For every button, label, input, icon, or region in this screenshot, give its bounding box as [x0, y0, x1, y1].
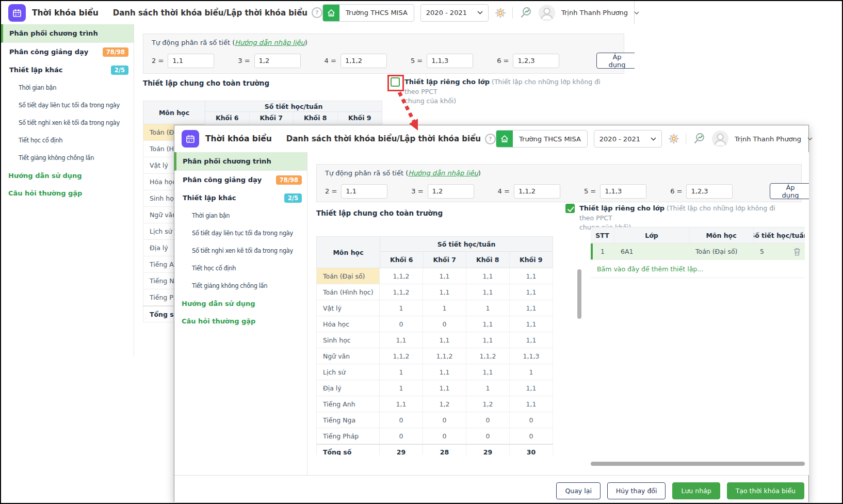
sidebar-sub-item[interactable]: Số tiết nghỉ xen kẽ tối đa trong ngày [1, 114, 134, 132]
split-pair-input[interactable] [600, 184, 646, 199]
help-icon[interactable]: ? [485, 134, 496, 144]
footer-button[interactable]: Tạo thời khóa biểu [727, 482, 804, 499]
sidebar-item[interactable]: Phân công giảng dạy 78/98 [1, 43, 134, 61]
sidebar-sub-item[interactable]: Số tiết dạy liên tục tối đa trong ngày [1, 96, 134, 114]
sidebar-item[interactable]: Phân công giảng dạy 78/98 [174, 171, 307, 189]
sidebar-sub-item[interactable]: Thời gian bận [1, 79, 134, 96]
class-specific-checkbox[interactable] [565, 204, 575, 213]
value-cell[interactable]: 1,1 [510, 316, 553, 332]
input-guide-link[interactable]: Hướng dẫn nhập liệu [408, 169, 478, 177]
value-cell[interactable]: 1,1 [510, 268, 553, 284]
value-cell[interactable]: 1 [466, 380, 510, 396]
user-name[interactable]: Trịnh Thanh Phương [561, 9, 628, 17]
footer-button[interactable]: Hủy thay đổi [607, 482, 666, 499]
value-cell[interactable]: 1,1 [510, 300, 553, 316]
sidebar-item[interactable]: Phân phối chương trình [1, 24, 134, 43]
table-row[interactable]: Tiếng Nga 0 0 0 0 [316, 412, 553, 428]
value-cell[interactable]: 1,1 [510, 332, 553, 348]
footer-button[interactable]: Lưu nháp [672, 482, 720, 499]
value-cell[interactable]: 1,1 [423, 284, 466, 300]
sidebar-sub-item[interactable]: Tiết học cố định [1, 132, 134, 149]
value-cell[interactable]: 1,1 [510, 380, 553, 396]
sidebar-link[interactable]: Câu hỏi thường gặp [1, 184, 134, 202]
split-pair-input[interactable] [514, 184, 560, 199]
value-cell[interactable]: 1,1 [466, 332, 510, 348]
table-row[interactable]: Lịch sử 1 1,1 1,1 1 [316, 364, 553, 380]
value-cell[interactable]: 1,1,2 [466, 348, 510, 364]
value-cell[interactable]: 1 [510, 364, 553, 380]
user-name[interactable]: Trịnh Thanh Phương [735, 135, 801, 143]
value-cell[interactable]: 0 [423, 316, 466, 332]
value-cell[interactable]: 1,1,2 [380, 284, 423, 300]
value-cell[interactable]: 1 [380, 380, 423, 396]
analysis-search-icon[interactable] [692, 132, 706, 145]
value-cell[interactable]: 1,2 [466, 396, 510, 412]
sidebar-sub-item[interactable]: Số tiết dạy liên tục tối đa trong ngày [174, 224, 307, 242]
gear-icon[interactable] [495, 7, 506, 19]
sidebar-link[interactable]: Câu hỏi thường gặp [174, 312, 307, 330]
value-cell[interactable]: 0 [510, 412, 553, 428]
split-pair-input[interactable] [428, 184, 474, 199]
apply-button[interactable]: Áp dụng [596, 53, 635, 69]
split-pair-input[interactable] [341, 54, 387, 68]
table-row[interactable]: Tiếng Anh 1,1 1,2 1,2 1,1 [316, 396, 553, 412]
value-cell[interactable]: 1,1 [423, 332, 466, 348]
sidebar-item[interactable]: Thiết lập khác 2/5 [174, 189, 307, 207]
value-cell[interactable]: 1,1 [466, 364, 510, 380]
sidebar-item[interactable]: Thiết lập khác 2/5 [1, 61, 134, 79]
chevron-down-icon[interactable] [807, 137, 813, 140]
table-row[interactable]: Vật lý 1 1 1 1,1 [316, 300, 553, 316]
value-cell[interactable]: 1,1,3 [510, 348, 553, 364]
value-cell[interactable]: 0 [423, 412, 466, 428]
value-cell[interactable]: 1,1 [466, 316, 510, 332]
school-selector[interactable]: Trường THCS MISA [322, 4, 414, 22]
value-cell[interactable]: 1,1 [423, 380, 466, 396]
table-row[interactable]: Toán (Hình học) 1,1,2 1,1 1,1 1,1 [316, 284, 553, 300]
table-row[interactable]: Hóa học 0 0 1,1 1,1 [316, 316, 553, 332]
table-row[interactable]: Toán (Đại số) 1,1,2 1,1 1,1 1,1 [316, 268, 553, 284]
value-cell[interactable]: 1,1,2 [380, 268, 423, 284]
chevron-down-icon[interactable] [634, 11, 639, 14]
value-cell[interactable]: 1,1 [466, 268, 510, 284]
trash-icon[interactable] [793, 248, 801, 256]
avatar[interactable] [539, 5, 555, 21]
value-cell[interactable]: 0 [423, 428, 466, 444]
table-row[interactable]: Địa lý 1 1,1 1 1,1 [316, 380, 553, 396]
value-cell[interactable]: 0 [510, 428, 553, 444]
sidebar-item[interactable]: Phân phối chương trình [174, 152, 307, 171]
sidebar-sub-item[interactable]: Tiết học cố định [174, 259, 307, 277]
value-cell[interactable]: 1,1 [380, 396, 423, 412]
value-cell[interactable]: 1,1 [423, 364, 466, 380]
horizontal-scrollbar[interactable] [591, 462, 805, 466]
table-row[interactable]: Ngữ văn 1,1,2 1,1,2 1,1,2 1,1,3 [316, 348, 553, 364]
value-cell[interactable]: 0 [380, 316, 423, 332]
gear-icon[interactable] [668, 133, 679, 144]
sidebar-sub-item[interactable]: Thời gian bận [174, 207, 307, 224]
value-cell[interactable]: 1 [380, 364, 423, 380]
input-guide-link[interactable]: Hướng dẫn nhập liệu [235, 39, 304, 46]
sidebar-sub-item[interactable]: Tiết giảng không chồng lấn [174, 277, 307, 295]
value-cell[interactable]: 1 [466, 300, 510, 316]
add-setting-link[interactable]: Bấm vào đây để thêm thiết lập... [591, 260, 805, 278]
value-cell[interactable]: 1,1,2 [380, 348, 423, 364]
value-cell[interactable]: 1 [380, 300, 423, 316]
help-icon[interactable]: ? [312, 7, 322, 18]
value-cell[interactable]: 0 [466, 428, 510, 444]
value-cell[interactable]: 1,1,2 [423, 348, 466, 364]
value-cell[interactable]: 1,2 [423, 396, 466, 412]
sidebar-sub-item[interactable]: Số tiết nghỉ xen kẽ tối đa trong ngày [174, 242, 307, 259]
table-row[interactable]: Sinh học 1,1 1,1 1,1 1,1 [316, 332, 553, 348]
sidebar-link[interactable]: Hướng dẫn sử dụng [1, 167, 134, 184]
vertical-scrollbar[interactable] [577, 269, 581, 319]
value-cell[interactable]: 1,1 [510, 284, 553, 300]
school-year-select[interactable]: 2020 - 2021 [594, 130, 662, 148]
split-pair-input[interactable] [427, 54, 473, 68]
split-pair-input[interactable] [686, 184, 733, 199]
table-row[interactable]: Tiếng Pháp 0 0 0 0 [316, 428, 553, 444]
split-pair-input[interactable] [168, 54, 214, 68]
sidebar-link[interactable]: Hướng dẫn sử dụng [174, 295, 307, 312]
value-cell[interactable]: 1,1 [380, 332, 423, 348]
class-settings-row[interactable]: 1 6A1 Toán (Đại số) 5 [591, 243, 805, 260]
apply-button[interactable]: Áp dụng [770, 183, 809, 199]
value-cell[interactable]: 1,1 [510, 396, 553, 412]
